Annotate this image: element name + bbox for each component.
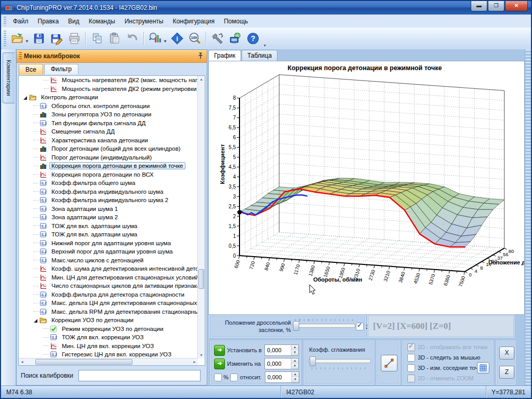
tab-filter[interactable]: Фильтр (44, 64, 78, 74)
tree-item[interactable]: 1.2Нижний порог для адаптации уровня шум… (19, 239, 198, 248)
tree-item[interactable]: 1.2Зона адаптации шума 2 (19, 213, 198, 222)
checkbox-3d[interactable] (356, 323, 364, 330)
change-by-spinbox[interactable]: ▲▼ (264, 358, 299, 369)
tree-hscroll-thumb[interactable] (35, 359, 132, 365)
tab-chart[interactable]: График (208, 50, 241, 61)
save-as-button[interactable] (48, 30, 65, 47)
pin-icon[interactable] (197, 52, 204, 60)
toolbar-overflow-icon[interactable]: ▾ (264, 43, 266, 49)
tree-item[interactable]: Мощность нагревателя ДК2 (макс. мощность… (19, 76, 198, 85)
tree-item[interactable]: 1.2Зона адаптации шума 1 (19, 205, 198, 214)
grid-button[interactable] (477, 362, 489, 374)
menu-item-6[interactable]: Конфигурация (168, 16, 219, 26)
surface-chart[interactable]: 00,511,522,533,544,555,566,577,586007208… (209, 61, 524, 314)
expand-icon[interactable] (33, 318, 38, 323)
checkbox-relative[interactable] (230, 374, 238, 381)
tree-horizontal-scrollbar[interactable]: ◄ ► (19, 358, 198, 365)
relative-spinbox[interactable]: ▲▼ (265, 371, 299, 383)
tree-item[interactable]: 1.2ТОЖ для вкл. адаптации шума (19, 230, 198, 239)
option-checkbox[interactable] (407, 343, 415, 351)
search-input[interactable] (78, 370, 201, 381)
paste-button[interactable] (107, 30, 123, 47)
tree-item[interactable]: 1.2Макс. дельта RPM для детектирования с… (19, 308, 198, 316)
tools-button[interactable] (209, 30, 226, 47)
zoom-100-button[interactable]: 100 (187, 30, 203, 47)
scroll-up-icon[interactable]: ▲ (198, 76, 205, 83)
tree-item[interactable]: Мин. ЦН для вкл. коррекции УОЗ (19, 342, 198, 351)
tree-item[interactable]: Коррекция порога детонации по ВСХ (19, 170, 198, 179)
set-to-spinbox[interactable]: ▲▼ (264, 344, 299, 356)
close-button[interactable]: ✕ (505, 1, 528, 11)
tree-item[interactable]: Характеристика канала детонации (19, 136, 198, 145)
option-row[interactable]: 2D - отображать все точки (407, 342, 493, 352)
apply-change-button[interactable]: ➜ (214, 358, 225, 369)
spin-down-icon[interactable]: ▼ (292, 377, 299, 382)
tree-item[interactable]: 1.2Макс.число циклов с детонацией (19, 256, 198, 265)
tree-item[interactable]: Порог детонации (общий для всех цилиндро… (19, 144, 198, 153)
autoscale-button[interactable] (381, 355, 397, 371)
tree-item[interactable]: Режим коррекции УОЗ по детонации (19, 325, 198, 334)
menu-item-5[interactable]: Инструменты (120, 16, 168, 26)
calibration-panel-header[interactable]: Меню калибровок (17, 50, 207, 63)
scroll-right-icon[interactable]: ► (191, 358, 198, 365)
open-file-dropdown-icon[interactable]: ▼ (25, 39, 29, 44)
tree-folder[interactable]: Контроль детонации (19, 93, 198, 102)
tree-item[interactable]: Зоны регулятора УОЗ по детонации (19, 110, 198, 119)
tree-item[interactable]: 1.2Коэфф.фильтра для детектора стационар… (19, 290, 198, 299)
tab-comments[interactable]: Комментарии (3, 52, 15, 103)
tree-item[interactable]: 1.2Коэфф.фильтра индивидуального шума 2 (19, 196, 198, 205)
tree-item[interactable]: 1.2Коэфф.фильтра индивидуального шума (19, 188, 198, 196)
throttle-slider-thumb[interactable] (293, 321, 299, 331)
z-axis-button[interactable]: Z (499, 366, 514, 379)
tree-vscroll-thumb[interactable] (198, 269, 204, 289)
chart-view-button[interactable] (147, 30, 164, 47)
scroll-down-icon[interactable]: ▼ (198, 352, 205, 358)
spin-up-icon[interactable]: ▲ (291, 345, 298, 350)
tree-item[interactable]: Коррекция порога детонации в режимной то… (19, 162, 198, 170)
menu-item-2[interactable]: Правка (33, 16, 64, 26)
maximize-button[interactable]: ❐ (488, 1, 504, 11)
menu-item-3[interactable]: Вид (63, 16, 84, 26)
option-row[interactable]: 3D - следить за мышью (407, 353, 493, 362)
apply-set-button[interactable]: ➜ (214, 345, 225, 356)
option-row[interactable]: 2D - отменить ZOOM (407, 374, 493, 383)
info-button[interactable]: i (169, 30, 185, 47)
expand-icon[interactable] (23, 96, 28, 100)
save-button[interactable] (31, 30, 47, 47)
tree-item[interactable]: 1.2Гистерезис ЦН для вкл. коррекции УОЗ (19, 350, 198, 358)
checkbox-percent[interactable] (214, 374, 222, 381)
smoothing-slider-thumb[interactable] (310, 356, 316, 366)
option-checkbox[interactable] (407, 364, 415, 372)
tree-item[interactable]: 1.2Макс. дельта ЦН для детектирования ст… (19, 299, 198, 308)
title-bar[interactable]: ChipTuningPRO ver.7.2014.0.1534 - I427GB… (1, 1, 531, 15)
spin-up-icon[interactable]: ▲ (292, 372, 299, 377)
relative-input[interactable] (265, 374, 291, 381)
x-axis-button[interactable]: X (499, 347, 514, 360)
tree-vertical-scrollbar[interactable]: ▲ ▼ (197, 76, 205, 358)
tab-all[interactable]: Все (19, 64, 43, 75)
tab-table[interactable]: Таблица (242, 50, 277, 61)
tree-item[interactable]: Мощность нагревателя ДК2 (режим регулиро… (19, 85, 198, 94)
tree-item[interactable]: Мин. ЦН для детектирования стационарных … (19, 273, 198, 282)
help-button[interactable]: ? (245, 30, 261, 47)
tree-item[interactable]: 1.2ТОЖ для вкл. коррекции УОЗ (19, 333, 198, 342)
smoothing-slider[interactable] (309, 359, 371, 363)
tree-item[interactable]: 1.2Коэфф.фильтра общего шума (19, 179, 198, 188)
minimize-button[interactable]: ▬ (471, 1, 487, 11)
copy-button[interactable] (89, 30, 105, 47)
spin-down-icon[interactable]: ▼ (291, 364, 298, 369)
print-button[interactable] (66, 30, 83, 47)
tree-item[interactable]: 1.2Тип функции фильтра сигнала ДД (19, 119, 198, 128)
spin-up-icon[interactable]: ▲ (291, 358, 298, 364)
online-update-button[interactable] (227, 30, 244, 47)
tree-item[interactable]: Коэфф. шума для детектирования интенсивн… (19, 264, 198, 273)
tree-item[interactable]: Число стационарных циклов для активации … (19, 282, 198, 290)
tree-item[interactable]: Порог детонации (индивидуальный) (19, 153, 198, 162)
chart-view-dropdown-icon[interactable]: ▼ (163, 39, 167, 44)
option-checkbox[interactable] (407, 375, 415, 382)
menu-item-7[interactable]: Помощь (219, 16, 252, 26)
spin-down-icon[interactable]: ▼ (291, 350, 298, 355)
open-file-button[interactable] (9, 30, 25, 47)
change-by-input[interactable] (265, 360, 291, 367)
set-to-input[interactable] (265, 347, 291, 354)
